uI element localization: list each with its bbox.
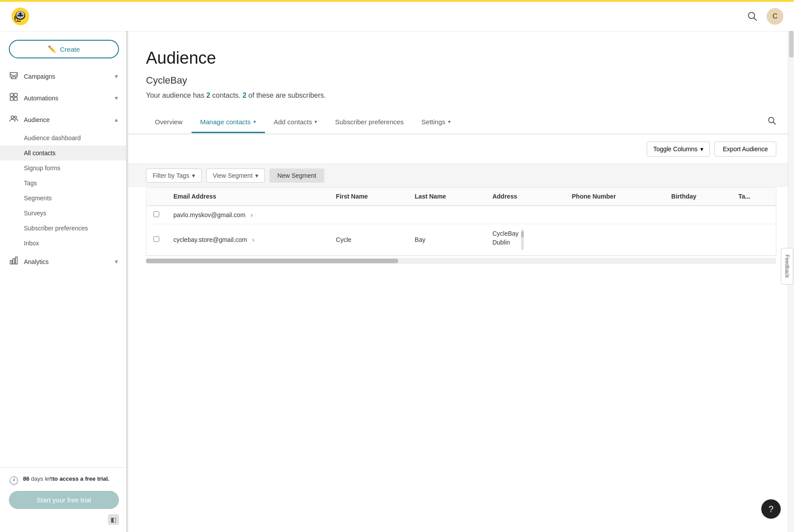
manage-contacts-chevron: ▾ — [253, 119, 256, 125]
filter-by-tags-label: Filter by Tags — [153, 172, 189, 179]
trial-text1: days left — [29, 475, 52, 482]
address-col-header[interactable]: Address — [485, 188, 565, 206]
filter-bar: Filter by Tags ▾ View Segment ▾ New Segm… — [128, 164, 794, 187]
row2-phone-cell — [565, 224, 664, 256]
select-all-header — [146, 188, 166, 206]
row2-address-line1: CycleBay — [492, 230, 518, 238]
desc-mid: contacts. — [210, 92, 242, 99]
table-row: cyclebay.store@gmail.com › Cycle Bay Cyc… — [146, 224, 776, 256]
filter-by-tags-button[interactable]: Filter by Tags ▾ — [146, 168, 202, 183]
top-bar-left — [11, 7, 30, 26]
sidebar-item-all-contacts[interactable]: All contacts — [0, 145, 128, 161]
feedback-tab[interactable]: Feedback — [781, 248, 794, 284]
view-segment-button[interactable]: View Segment ▾ — [206, 168, 265, 183]
row1-address-cell — [485, 206, 565, 224]
last-name-col-header[interactable]: Last Name — [408, 188, 486, 206]
sidebar-item-signup-forms[interactable]: Signup forms — [0, 161, 128, 176]
tags-col-header[interactable]: Ta... — [731, 188, 776, 206]
help-button[interactable]: ? — [761, 499, 781, 519]
sidebar-item-surveys[interactable]: Surveys — [0, 206, 128, 221]
trial-days: 86 — [23, 475, 29, 482]
sidebar-item-inbox[interactable]: Inbox — [0, 236, 128, 251]
table-header: Email Address First Name Last Name Addre… — [146, 188, 776, 206]
clock-icon: 🕐 — [9, 476, 19, 486]
sidebar-item-audience-dashboard[interactable]: Audience dashboard — [0, 130, 128, 145]
layout: ✏️ Create Campaigns ▼ — [0, 0, 794, 532]
row2-arrow[interactable]: › — [252, 236, 254, 243]
horizontal-scrollbar-thumb — [146, 259, 398, 263]
row1-first-name-cell — [329, 206, 407, 224]
sidebar-resize-handle[interactable] — [126, 31, 128, 532]
row2-last-name-cell: Bay — [408, 224, 486, 256]
desc-prefix: Your audience has — [146, 92, 206, 99]
svg-rect-17 — [10, 97, 13, 100]
audience-label: Audience — [24, 116, 50, 123]
row1-phone-cell — [565, 206, 664, 224]
automations-chevron: ▼ — [114, 95, 119, 101]
new-segment-button[interactable]: New Segment — [269, 168, 324, 183]
birthday-col-header[interactable]: Birthday — [664, 188, 732, 206]
first-name-col-header[interactable]: First Name — [329, 188, 407, 206]
row1-arrow[interactable]: › — [251, 211, 253, 218]
sidebar-item-campaigns[interactable]: Campaigns ▼ — [0, 65, 128, 87]
row2-first-name-cell: Cycle — [329, 224, 407, 256]
sidebar-bottom: 🕐 86 days leftto access a free trial. St… — [0, 467, 128, 532]
sidebar-item-subscriber-preferences[interactable]: Subscriber preferences — [0, 221, 128, 236]
mailchimp-logo[interactable] — [11, 7, 30, 26]
svg-rect-16 — [14, 93, 17, 96]
analytics-icon — [9, 256, 19, 267]
toggle-columns-chevron: ▾ — [700, 145, 703, 153]
sidebar-item-audience[interactable]: Audience ▲ — [0, 109, 128, 130]
svg-point-19 — [11, 116, 14, 119]
row2-address-line2: Dublin — [492, 238, 518, 247]
svg-rect-22 — [13, 259, 15, 264]
horizontal-scrollbar[interactable] — [146, 258, 776, 264]
row1-checkbox[interactable] — [153, 211, 159, 217]
toggle-columns-button[interactable]: Toggle Columns ▾ — [647, 142, 710, 157]
row2-checkbox[interactable] — [153, 236, 159, 242]
svg-rect-21 — [10, 260, 12, 264]
main-content: Audience CycleBay Your audience has 2 co… — [128, 31, 794, 532]
contacts-count: 2 — [206, 92, 210, 99]
sidebar-item-tags[interactable]: Tags — [0, 176, 128, 191]
row1-checkbox-cell — [146, 206, 166, 224]
tab-add-contacts-label: Add contacts — [274, 118, 312, 126]
campaigns-icon — [9, 71, 19, 82]
phone-col-header[interactable]: Phone Number — [565, 188, 664, 206]
desc-suffix: of these are subscribers. — [246, 92, 326, 99]
create-button[interactable]: ✏️ Create — [9, 40, 119, 58]
svg-point-6 — [18, 14, 19, 15]
avatar[interactable]: C — [767, 8, 783, 25]
email-col-header[interactable]: Email Address — [166, 188, 329, 206]
row1-tags-cell — [731, 206, 776, 224]
tabs-bar: Overview Manage contacts ▾ Add contacts … — [128, 110, 794, 134]
tab-subscriber-preferences[interactable]: Subscriber preferences — [326, 112, 412, 133]
tab-manage-contacts[interactable]: Manage contacts ▾ — [192, 112, 265, 133]
export-audience-button[interactable]: Export Audience — [714, 142, 776, 157]
svg-rect-15 — [10, 93, 13, 96]
row2-address-cell: CycleBay Dublin — [485, 224, 565, 256]
trial-access-text: to access a free trial. — [53, 475, 110, 482]
free-trial-button[interactable]: Start your free trial — [9, 491, 119, 509]
sidebar-item-segments[interactable]: Segments — [0, 191, 128, 206]
tab-add-contacts[interactable]: Add contacts ▾ — [265, 112, 326, 133]
search-icon[interactable] — [745, 9, 759, 23]
sidebar-item-analytics[interactable]: Analytics ▼ — [0, 251, 128, 272]
tabs-search-icon[interactable] — [767, 110, 776, 134]
row2-tags-cell — [731, 224, 776, 256]
row2-email-cell: cyclebay.store@gmail.com › — [166, 224, 329, 256]
tab-overview[interactable]: Overview — [146, 112, 192, 133]
row2-checkbox-cell — [146, 224, 166, 256]
tab-settings[interactable]: Settings ▾ — [413, 112, 460, 133]
sidebar-item-automations[interactable]: Automations ▼ — [0, 87, 128, 109]
contacts-table-wrapper: Email Address First Name Last Name Addre… — [146, 187, 776, 256]
audience-icon — [9, 114, 19, 125]
tab-manage-contacts-label: Manage contacts — [200, 118, 251, 126]
collapse-sidebar-button[interactable]: ◧ — [108, 514, 119, 525]
right-scrollbar-thumb — [789, 31, 794, 57]
svg-line-25 — [773, 122, 775, 124]
top-bar: C — [0, 0, 794, 31]
view-segment-chevron: ▾ — [255, 172, 258, 179]
analytics-chevron: ▼ — [114, 259, 119, 265]
automations-label: Automations — [24, 95, 58, 102]
